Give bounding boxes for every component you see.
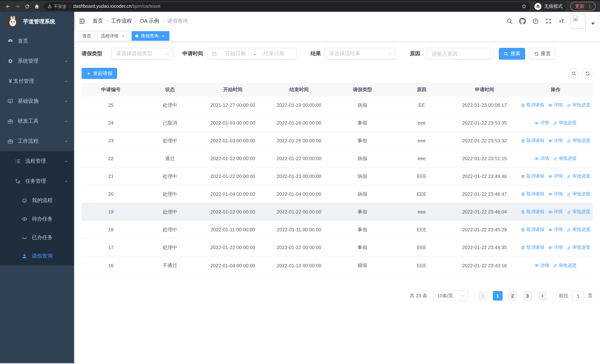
fullscreen-icon[interactable] — [545, 18, 552, 25]
cell-status: 不通过 — [140, 262, 200, 269]
apply-time-range-picker[interactable]: 开始日期 - 结束日期 — [207, 48, 297, 60]
sidebar-item-done-tasks[interactable]: 已办任务 — [0, 228, 74, 247]
detail-link[interactable]: 详情 — [548, 209, 563, 215]
page-size-select[interactable]: 10条/页 — [433, 291, 469, 301]
close-icon[interactable]: × — [160, 33, 166, 38]
eye-icon — [534, 156, 539, 161]
font-size-icon[interactable] — [558, 18, 565, 25]
workflow-submenu: 流程管理 任务管理 我的流程 — [0, 151, 74, 265]
detail-link[interactable]: 详情 — [534, 155, 549, 162]
sidebar-item-leave-query[interactable]: 请假查询 — [0, 247, 74, 265]
cell-actions: 取消请假 详情 审批进度 — [518, 138, 593, 144]
reason-input[interactable] — [427, 48, 490, 59]
help-icon[interactable] — [532, 18, 539, 25]
cancel-leave-link[interactable]: 取消请假 — [521, 102, 544, 108]
approval-progress-link[interactable]: 审批进度 — [567, 102, 590, 108]
date-end-placeholder: 结束日期 — [263, 50, 284, 57]
tab-process-detail[interactable]: 流程详情× — [97, 31, 129, 41]
approval-progress-link[interactable]: 审批进度 — [567, 173, 590, 179]
cancel-leave-link[interactable]: 取消请假 — [521, 173, 544, 179]
approval-progress-link[interactable]: 审批进度 — [567, 138, 590, 144]
approval-progress-link[interactable]: 审批进度 — [553, 262, 576, 269]
tab-home[interactable]: 首页 — [79, 31, 95, 41]
leave-type-select[interactable]: 请选择请假类型 — [111, 48, 173, 60]
detail-link[interactable]: 详情 — [548, 226, 563, 233]
cancel-leave-link[interactable]: 取消请假 — [521, 226, 544, 233]
column-header: 申请时间 — [450, 86, 518, 93]
reset-button[interactable]: 重置 — [529, 48, 556, 60]
cancel-leave-link[interactable]: 取消请假 — [521, 191, 544, 197]
bookmark-star-icon[interactable] — [521, 4, 527, 9]
sidebar-item-home[interactable]: 首页 — [0, 31, 74, 51]
avatar[interactable] — [571, 14, 586, 28]
sidebar-item-label: 研发工具 — [18, 118, 38, 125]
chevron-down-icon[interactable] — [591, 23, 595, 25]
browser-forward-icon[interactable] — [13, 1, 22, 11]
breadcrumb-item[interactable]: OA 示例 — [140, 18, 159, 24]
page-button-1[interactable]: 1 — [493, 291, 503, 301]
detail-link[interactable]: 详情 — [548, 191, 563, 197]
trash-icon — [521, 192, 525, 196]
sidebar-item-devtools[interactable]: 研发工具 — [0, 111, 74, 131]
cell-actions: 取消请假 详情 审批进度 — [518, 244, 593, 251]
detail-link[interactable]: 详情 — [548, 138, 563, 144]
detail-link[interactable]: 详情 — [548, 244, 563, 251]
detail-link[interactable]: 详情 — [548, 173, 563, 179]
prev-page-button[interactable] — [478, 291, 488, 301]
table-refresh-button[interactable] — [582, 68, 593, 79]
url-bar[interactable]: 不安全 dashboard.yudao.iocoder.cn/bpm/oa/le… — [44, 2, 530, 10]
result-select[interactable]: 请选择流结果 — [324, 48, 396, 60]
page-button-2[interactable]: 2 — [508, 291, 517, 301]
cancel-leave-link[interactable]: 取消请假 — [521, 244, 544, 251]
detail-link[interactable]: 详情 — [548, 102, 563, 108]
cancel-leave-link[interactable]: 取消请假 — [521, 209, 544, 215]
sidebar-item-workflow[interactable]: 工作流程 — [0, 131, 74, 151]
toolbox-icon — [7, 118, 13, 124]
search-button[interactable]: 搜索 — [499, 48, 525, 60]
table-row: 17 处理中 2022-01-22 00:00:00 2022-01-22 00… — [82, 239, 593, 257]
breadcrumb-item[interactable]: 工作流程 — [111, 18, 132, 24]
approval-progress-link[interactable]: 审批进度 — [567, 226, 590, 233]
browser-back-icon[interactable] — [3, 1, 13, 11]
sidebar-item-payment[interactable]: ¥ 支付管理 — [0, 71, 74, 91]
cell-status: 通过 — [140, 155, 200, 162]
cell-end-time: 2022-01-22 00:00:00 — [266, 245, 332, 250]
close-icon[interactable]: × — [121, 33, 126, 38]
table-search-toggle-button[interactable] — [569, 68, 579, 79]
eye-closed-icon — [21, 235, 28, 241]
sidebar-item-todo-tasks[interactable]: 待办任务 — [0, 210, 74, 228]
next-page-button[interactable] — [537, 291, 547, 301]
search-icon[interactable] — [506, 18, 513, 25]
github-icon[interactable] — [519, 18, 526, 25]
table-row: 22 通过 2022-01-22 00:00:00 2022-01-22 00:… — [82, 150, 593, 168]
breadcrumb-item[interactable]: 首页 — [93, 18, 103, 24]
cell-reason: EEE — [393, 245, 451, 250]
table-row: 23 处理中 2022-01-03 00:00:00 2022-01-26 00… — [82, 132, 593, 150]
sidebar-item-process-mgmt[interactable]: 流程管理 — [0, 151, 74, 171]
sidebar-collapse-icon[interactable] — [78, 17, 86, 25]
cancel-leave-link[interactable]: 取消请假 — [521, 138, 544, 144]
create-leave-button[interactable]: 发起请假 — [82, 68, 117, 79]
approval-progress-link[interactable]: 审批进度 — [567, 244, 590, 251]
approval-progress-link[interactable]: 审批进度 — [553, 120, 576, 126]
detail-link[interactable]: 详情 — [534, 262, 549, 269]
cell-apply-id: 23 — [82, 138, 140, 143]
page-button-3[interactable]: 3 — [523, 291, 532, 301]
browser-toolbar: 不安全 dashboard.yudao.iocoder.cn/bpm/oa/le… — [0, 0, 600, 12]
sidebar-item-infra[interactable]: 基础设施 — [0, 91, 74, 111]
browser-home-icon[interactable] — [32, 1, 41, 11]
leave-table: 申请编号 状态 开始时间 结束时间 请假类型 原因 申请时间 操作 25 处理中… — [82, 83, 593, 275]
approval-progress-link[interactable]: 审批进度 — [567, 191, 590, 197]
chevron-down-icon — [165, 52, 170, 56]
goto-page-input[interactable] — [572, 291, 584, 301]
sidebar-item-task-mgmt[interactable]: 任务管理 — [0, 171, 74, 191]
sidebar-item-my-process[interactable]: 我的流程 — [0, 191, 74, 210]
approval-progress-link[interactable]: 审批进度 — [553, 155, 576, 162]
trash-icon — [521, 139, 525, 143]
detail-link[interactable]: 详情 — [534, 120, 549, 126]
approval-progress-link[interactable]: 审批进度 — [567, 209, 590, 215]
tab-leave-query[interactable]: 请假查询× — [131, 31, 169, 41]
sidebar-item-system[interactable]: 系统管理 — [0, 51, 74, 71]
browser-reload-icon[interactable] — [22, 1, 32, 11]
update-button[interactable]: 更新 — [570, 2, 596, 11]
